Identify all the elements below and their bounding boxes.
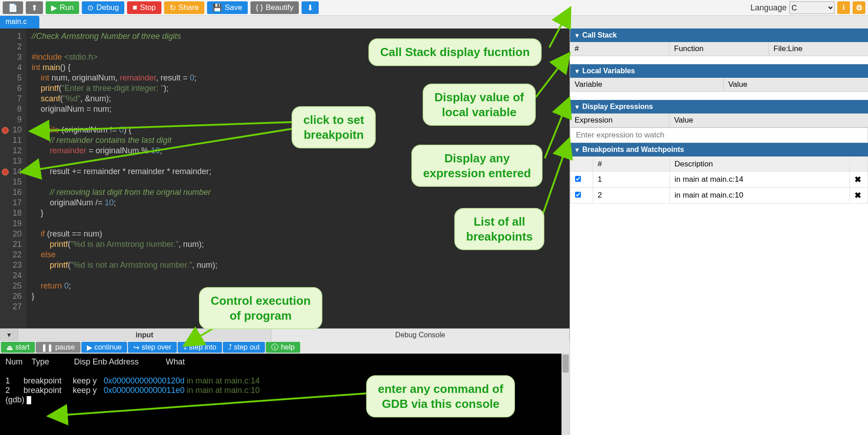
file-icon: 📄 xyxy=(8,3,18,13)
share-button[interactable]: ↻Share xyxy=(164,1,204,14)
breakpoint-row: 1in main at main.c:14✖ xyxy=(571,172,868,188)
line-number[interactable]: 25 xyxy=(3,281,22,291)
displayexpr-header[interactable]: Display Expressions xyxy=(570,100,868,113)
bp-desc: in main at main.c:10 xyxy=(670,188,850,203)
download-icon: ⬇ xyxy=(307,3,313,13)
language-label: Language xyxy=(750,3,787,13)
debug-console-tab[interactable]: Debug Console xyxy=(271,329,570,341)
code-editor[interactable]: 1234567891011121314151617181920212223242… xyxy=(0,28,570,328)
save-button[interactable]: 💾Save xyxy=(207,1,248,14)
pause-icon: ❚❚ xyxy=(41,343,53,352)
info-icon: ⓘ xyxy=(271,343,278,352)
line-number[interactable]: 26 xyxy=(3,291,22,302)
bp-delete[interactable]: ✖ xyxy=(854,191,861,200)
line-number[interactable]: 8 xyxy=(3,104,22,114)
line-number[interactable]: 24 xyxy=(3,270,22,281)
play-icon: ▶ xyxy=(51,3,57,13)
stop-button[interactable]: ■Stop xyxy=(127,1,161,14)
bp-checkbox[interactable] xyxy=(575,192,581,198)
step-out-button[interactable]: ⤴step out xyxy=(223,342,265,353)
top-toolbar: 📄 ⬆ ▶Run ⊙Debug ■Stop ↻Share 💾Save { }Be… xyxy=(0,0,868,16)
line-number[interactable]: 23 xyxy=(3,260,22,270)
localvars-columns: Variable Value xyxy=(570,78,868,92)
callstack-header[interactable]: Call Stack xyxy=(570,28,868,42)
start-button[interactable]: ⏏start xyxy=(1,342,35,353)
line-number[interactable]: 14 xyxy=(3,166,22,177)
gdb-console[interactable]: Num Type Disp Enb Address What 1 breakpo… xyxy=(0,354,570,435)
line-number[interactable]: 3 xyxy=(3,52,22,62)
line-number[interactable]: 6 xyxy=(3,83,22,94)
line-number[interactable]: 10 xyxy=(3,125,22,135)
line-number[interactable]: 12 xyxy=(3,146,22,156)
step-over-icon: ↪ xyxy=(133,343,139,352)
console-dropdown[interactable]: ▾ xyxy=(0,329,18,341)
callstack-columns: # Function File:Line xyxy=(570,42,868,56)
editor-code[interactable]: //Check Armstrong Number of three digits… xyxy=(26,28,223,328)
line-number[interactable]: 16 xyxy=(3,187,22,198)
bp-checkbox[interactable] xyxy=(575,176,581,182)
bp-desc: in main at main.c:14 xyxy=(670,172,850,188)
line-number[interactable]: 13 xyxy=(3,156,22,166)
eject-icon: ⏏ xyxy=(6,343,13,352)
bp-delete[interactable]: ✖ xyxy=(854,175,861,184)
debug-toolbar: ⏏start ❚❚pause ▶continue ↪step over ⤵ste… xyxy=(0,341,570,354)
step-over-button[interactable]: ↪step over xyxy=(128,342,177,353)
expression-input[interactable] xyxy=(570,128,868,143)
step-into-button[interactable]: ⤵step into xyxy=(178,342,222,353)
share-icon: ↻ xyxy=(170,3,176,13)
help-button[interactable]: ⓘhelp xyxy=(266,342,300,353)
debug-panels: Call Stack # Function File:Line Local Va… xyxy=(570,28,868,435)
file-tabs: main.c xyxy=(0,16,868,28)
line-number[interactable]: 20 xyxy=(3,229,22,239)
braces-icon: { } xyxy=(256,3,263,12)
bug-icon: ⊙ xyxy=(87,3,94,13)
info-button[interactable]: i xyxy=(837,1,850,14)
beautify-button[interactable]: { }Beautify xyxy=(250,1,299,14)
line-number[interactable]: 4 xyxy=(3,62,22,73)
line-number[interactable]: 19 xyxy=(3,218,22,229)
line-number[interactable]: 22 xyxy=(3,250,22,260)
console-tabs: ▾ input Debug Console xyxy=(0,328,570,341)
editor-gutter[interactable]: 1234567891011121314151617181920212223242… xyxy=(0,28,26,328)
pause-button[interactable]: ❚❚pause xyxy=(36,342,80,353)
settings-button[interactable]: ⚙ xyxy=(853,1,865,14)
line-number[interactable]: 17 xyxy=(3,198,22,208)
new-file-button[interactable]: 📄 xyxy=(3,1,23,14)
save-icon: 💾 xyxy=(212,3,222,13)
line-number[interactable]: 9 xyxy=(3,114,22,125)
step-into-icon: ⤵ xyxy=(183,343,187,351)
run-button[interactable]: ▶Run xyxy=(46,1,79,14)
line-number[interactable]: 1 xyxy=(3,31,22,42)
breakpoints-table: # Description 1in main at main.c:14✖2in … xyxy=(570,156,868,203)
play-icon: ▶ xyxy=(87,343,92,352)
gear-icon: ⚙ xyxy=(856,3,863,13)
line-number[interactable]: 18 xyxy=(3,208,22,218)
bp-num: 2 xyxy=(593,188,670,203)
debug-button[interactable]: ⊙Debug xyxy=(82,1,124,14)
file-tab-main[interactable]: main.c xyxy=(0,16,39,28)
upload-button[interactable]: ⬆ xyxy=(26,1,43,14)
line-number[interactable]: 2 xyxy=(3,42,22,52)
stop-icon: ■ xyxy=(132,3,137,12)
breakpoints-header[interactable]: Breakpoints and Watchpoints xyxy=(570,143,868,156)
displayexpr-columns: Expression Value xyxy=(570,113,868,128)
line-number[interactable]: 15 xyxy=(3,177,22,187)
info-icon: i xyxy=(843,3,845,12)
language-select[interactable]: C xyxy=(789,1,835,14)
line-number[interactable]: 7 xyxy=(3,94,22,104)
localvars-header[interactable]: Local Variables xyxy=(570,64,868,78)
bp-num: 1 xyxy=(593,172,670,188)
breakpoint-row: 2in main at main.c:10✖ xyxy=(571,188,868,203)
console-scrollbar[interactable] xyxy=(561,354,570,435)
continue-button[interactable]: ▶continue xyxy=(81,342,127,353)
line-number[interactable]: 5 xyxy=(3,73,22,83)
line-number[interactable]: 11 xyxy=(3,135,22,146)
line-number[interactable]: 27 xyxy=(3,302,22,312)
step-out-icon: ⤴ xyxy=(228,343,232,351)
input-tab[interactable]: input xyxy=(18,329,271,341)
download-button[interactable]: ⬇ xyxy=(302,1,319,14)
upload-icon: ⬆ xyxy=(31,3,38,13)
line-number[interactable]: 21 xyxy=(3,239,22,250)
